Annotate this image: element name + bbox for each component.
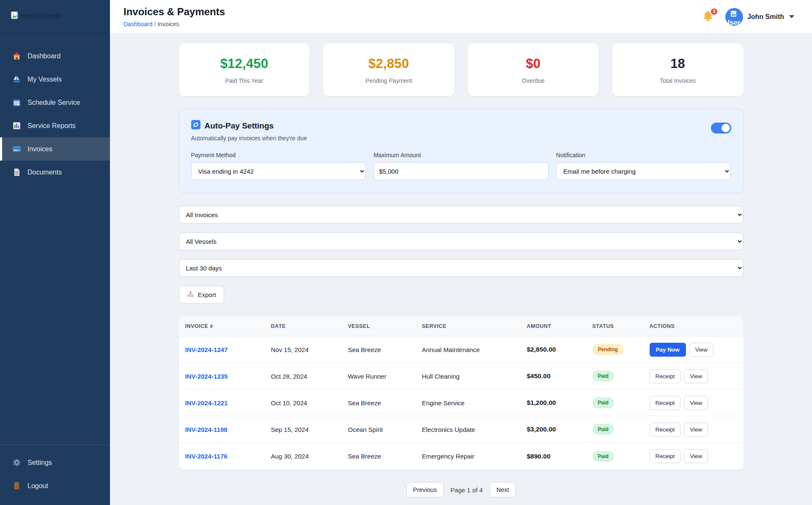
gear-icon <box>12 458 21 467</box>
table-row: INV-2024-1176 Aug 30, 2024 Sea Breeze Em… <box>179 443 743 470</box>
view-button[interactable]: View <box>684 369 708 383</box>
pay-now-button[interactable]: Pay Now <box>650 343 686 357</box>
stat-label: Total Invoices <box>617 77 739 84</box>
status-badge: Paid <box>593 371 614 382</box>
receipt-button[interactable]: Receipt <box>650 449 681 463</box>
receipt-button[interactable]: Receipt <box>650 423 681 437</box>
col-date: DATE <box>271 323 348 329</box>
table-row: INV-2024-1198 Sep 15, 2024 Ocean Spirit … <box>179 416 743 443</box>
status-badge: Paid <box>593 451 614 462</box>
page-status: Page 1 of 4 <box>450 486 483 494</box>
bell-icon <box>702 17 714 24</box>
page-title: Invoices & Payments <box>123 6 225 18</box>
invoice-link[interactable]: INV-2024-1198 <box>185 426 228 433</box>
invoice-amount: $1,200.00 <box>527 399 593 407</box>
col-amount: AMOUNT <box>527 323 593 329</box>
sidebar-item-documents[interactable]: Documents <box>0 161 110 184</box>
payment-method-field: Payment Method Visa ending in 4242 <box>191 152 366 180</box>
refresh-icon <box>191 120 200 131</box>
invoice-vessel: Wave Runner <box>348 373 422 380</box>
invoice-vessel: Sea Breeze <box>348 399 422 407</box>
document-icon <box>12 168 21 177</box>
table-row: INV-2024-1235 Oct 28, 2024 Wave Runner H… <box>179 363 743 390</box>
invoice-date: Oct 28, 2024 <box>271 373 348 380</box>
vessel-filter-select[interactable]: All Vessels <box>179 232 743 250</box>
broken-image-icon <box>730 10 737 17</box>
sidebar-item-my-vessels[interactable]: My Vessels <box>0 68 110 91</box>
invoice-vessel: Sea Breeze <box>348 453 422 460</box>
status-badge: Paid <box>593 424 614 435</box>
maximum-amount-input[interactable] <box>373 162 549 180</box>
invoice-date: Sep 15, 2024 <box>271 426 348 433</box>
invoice-date: Aug 30, 2024 <box>271 453 348 460</box>
col-service: SERVICE <box>422 323 527 329</box>
sidebar-item-label: Logout <box>27 482 48 490</box>
sidebar-item-label: Invoices <box>27 145 52 153</box>
notification-select[interactable]: Email me before charging <box>556 162 731 180</box>
breadcrumb-current: Invoices <box>157 21 179 27</box>
receipt-button[interactable]: Receipt <box>650 369 681 383</box>
breadcrumb-dashboard-link[interactable]: Dashboard <box>123 21 153 27</box>
invoice-date: Nov 15, 2024 <box>271 346 348 353</box>
sidebar-item-label: Settings <box>27 459 52 467</box>
broken-image-icon <box>10 11 19 21</box>
sidebar-item-label: My Vessels <box>27 76 62 83</box>
next-page-button[interactable]: Next <box>490 482 516 497</box>
door-icon <box>12 481 21 490</box>
invoice-link[interactable]: INV-2024-1247 <box>185 346 228 353</box>
invoice-status-filter-select[interactable]: All Invoices <box>179 206 743 224</box>
view-button[interactable]: View <box>689 343 713 357</box>
view-button[interactable]: View <box>684 449 708 463</box>
invoice-link[interactable]: INV-2024-1176 <box>185 453 228 460</box>
main-content: $12,450 Paid This Year $2,850 Pending Pa… <box>110 0 812 505</box>
chevron-down-icon <box>789 15 794 18</box>
avatar-alt-text: User <box>725 19 741 26</box>
invoice-amount: $890.00 <box>527 453 593 460</box>
invoice-date: Oct 10, 2024 <box>271 399 348 407</box>
sidebar-item-settings[interactable]: Settings <box>0 451 110 474</box>
status-badge: Paid <box>593 397 614 408</box>
payment-method-select[interactable]: Visa ending in 4242 <box>191 162 366 180</box>
view-button[interactable]: View <box>684 423 708 437</box>
sidebar-item-service-reports[interactable]: Service Reports <box>0 114 110 137</box>
notification-badge: 3 <box>710 8 718 16</box>
invoice-amount: $3,200.00 <box>527 426 593 433</box>
stat-value: $2,850 <box>327 56 450 71</box>
credit-card-icon <box>12 145 21 153</box>
invoice-service: Electronics Update <box>422 426 527 433</box>
maximum-amount-field: Maximum Amount <box>373 152 549 180</box>
col-actions: ACTIONS <box>650 323 737 329</box>
header-right: 3 User John Smith <box>702 8 794 26</box>
toggle-knob <box>721 124 730 132</box>
table-row: INV-2024-1221 Oct 10, 2024 Sea Breeze En… <box>179 390 743 416</box>
stat-value: $12,450 <box>183 56 306 71</box>
autopay-heading: Auto-Pay Settings Automatically pay invo… <box>191 120 307 142</box>
invoice-link[interactable]: INV-2024-1235 <box>185 373 228 380</box>
notification-field: Notification Email me before charging <box>556 152 731 180</box>
sidebar-item-invoices[interactable]: Invoices <box>0 137 110 161</box>
table-header-row: INVOICE # DATE VESSEL SERVICE AMOUNT STA… <box>179 316 743 336</box>
receipt-button[interactable]: Receipt <box>650 396 681 410</box>
sidebar-item-logout[interactable]: Logout <box>0 474 110 497</box>
stat-label: Overdue <box>472 77 595 84</box>
user-menu[interactable]: User John Smith <box>725 8 794 26</box>
invoice-amount: $450.00 <box>527 372 593 380</box>
stat-label: Paid This Year <box>183 77 306 84</box>
previous-page-button[interactable]: Previous <box>406 482 444 497</box>
stat-card-total-invoices: 18 Total Invoices <box>612 44 743 96</box>
view-button[interactable]: View <box>684 396 708 410</box>
breadcrumb-separator: / <box>154 21 156 27</box>
col-vessel: VESSEL <box>348 323 422 329</box>
notification-label: Notification <box>556 152 731 158</box>
export-button[interactable]: Export <box>179 286 224 303</box>
sidebar-item-dashboard[interactable]: Dashboard <box>0 44 110 68</box>
invoice-link[interactable]: INV-2024-1221 <box>185 399 228 407</box>
sidebar-item-schedule-service[interactable]: Schedule Service <box>0 91 110 114</box>
notifications-button[interactable]: 3 <box>702 10 715 24</box>
autopay-toggle[interactable] <box>711 123 731 134</box>
brand-name: HarborSmith <box>21 12 61 20</box>
date-range-filter-select[interactable]: Last 30 days <box>179 259 743 277</box>
invoice-vessel: Ocean Spirit <box>348 426 422 433</box>
top-header: Invoices & Payments Dashboard / Invoices… <box>110 0 812 34</box>
sidebar-item-label: Dashboard <box>27 52 60 60</box>
